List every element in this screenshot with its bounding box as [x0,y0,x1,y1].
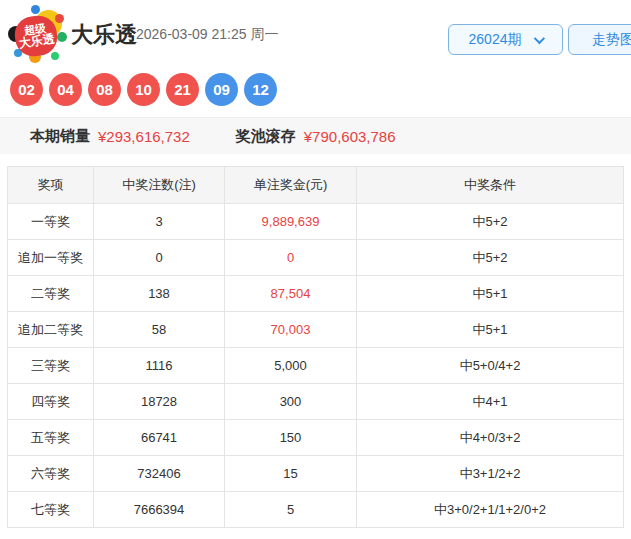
cell-prize: 五等奖 [8,420,94,456]
cell-prize: 七等奖 [8,492,94,528]
ball-row: 02040810210912 [10,73,277,106]
cell-condition: 中5+1 [357,312,624,348]
cell-prize: 六等奖 [8,456,94,492]
header-count: 中奖注数(注) [94,167,225,204]
cell-prize: 四等奖 [8,384,94,420]
lottery-ball-front: 08 [88,73,121,106]
chevron-down-icon [534,32,545,43]
lottery-ball-back: 09 [205,73,238,106]
cell-condition: 中5+0/4+2 [357,348,624,384]
header-amount: 单注奖金(元) [225,167,357,204]
period-select-dropdown[interactable]: 26024期 [448,24,563,55]
period-select-value: 26024期 [469,31,522,49]
logo-dot-icon [31,5,40,14]
lottery-ball-back: 12 [244,73,277,106]
super-lotto-logo-icon: 超级 大乐透 [8,5,66,63]
cell-condition: 中3+0/2+1/1+2/0+2 [357,492,624,528]
cell-amount: 5 [225,492,357,528]
logo-dot-icon [55,14,64,23]
cell-prize: 三等奖 [8,348,94,384]
sales-label: 本期销量 [30,127,90,146]
table-row: 五等奖66741150中4+0/3+2 [8,420,624,456]
lottery-result-page: { "header": { "logo": { "line1": "超级", "… [0,0,631,539]
cell-amount: 70,003 [225,312,357,348]
cell-amount: 87,504 [225,276,357,312]
cell-condition: 中5+1 [357,276,624,312]
cell-condition: 中3+1/2+2 [357,456,624,492]
prize-table-head: 奖项 中奖注数(注) 单注奖金(元) 中奖条件 [8,167,624,204]
cell-amount: 15 [225,456,357,492]
cell-amount: 0 [225,240,357,276]
pool-label: 奖池滚存 [236,127,296,146]
lottery-ball-front: 04 [49,73,82,106]
table-header-row: 奖项 中奖注数(注) 单注奖金(元) 中奖条件 [8,167,624,204]
logo-dot-icon [57,32,67,42]
cell-condition: 中4+1 [357,384,624,420]
table-row: 六等奖73240615中3+1/2+2 [8,456,624,492]
cell-count: 58 [94,312,225,348]
cell-prize: 追加一等奖 [8,240,94,276]
pool-value: ¥790,603,786 [304,128,396,145]
cell-count: 18728 [94,384,225,420]
pool-group: 奖池滚存 ¥790,603,786 [236,127,396,146]
cell-amount: 5,000 [225,348,357,384]
cell-prize: 追加二等奖 [8,312,94,348]
page-header: 超级 大乐透 大乐透 2026-03-09 21:25 周一 26024期 走势… [0,0,631,68]
cell-condition: 中5+2 [357,204,624,240]
table-row: 追加一等奖00中5+2 [8,240,624,276]
sales-bar: 本期销量 ¥293,616,732 奖池滚存 ¥790,603,786 [0,117,631,154]
prize-table-body: 一等奖39,889,639中5+2追加一等奖00中5+2二等奖13887,504… [8,204,624,528]
cell-amount: 150 [225,420,357,456]
cell-amount: 9,889,639 [225,204,357,240]
draw-datetime: 2026-03-09 21:25 周一 [136,26,278,44]
table-row: 追加二等奖5870,003中5+1 [8,312,624,348]
cell-count: 3 [94,204,225,240]
cell-condition: 中4+0/3+2 [357,420,624,456]
lottery-ball-front: 02 [10,73,43,106]
trend-chart-button[interactable]: 走势图 [568,24,631,55]
header-condition: 中奖条件 [357,167,624,204]
cell-count: 138 [94,276,225,312]
sales-value: ¥293,616,732 [98,128,190,145]
table-row: 四等奖18728300中4+1 [8,384,624,420]
prize-table: 奖项 中奖注数(注) 单注奖金(元) 中奖条件 一等奖39,889,639中5+… [7,166,624,528]
table-row: 一等奖39,889,639中5+2 [8,204,624,240]
logo-text-line2: 大乐透 [18,33,55,50]
table-row: 七等奖76663945中3+0/2+1/1+2/0+2 [8,492,624,528]
cell-prize: 一等奖 [8,204,94,240]
lottery-ball-front: 10 [127,73,160,106]
table-row: 三等奖11165,000中5+0/4+2 [8,348,624,384]
page-title: 大乐透 [71,20,137,50]
header-prize: 奖项 [8,167,94,204]
cell-count: 0 [94,240,225,276]
cell-count: 7666394 [94,492,225,528]
logo-dot-icon [51,52,59,60]
lottery-ball-front: 21 [166,73,199,106]
cell-condition: 中5+2 [357,240,624,276]
cell-prize: 二等奖 [8,276,94,312]
cell-count: 66741 [94,420,225,456]
cell-count: 1116 [94,348,225,384]
cell-count: 732406 [94,456,225,492]
cell-amount: 300 [225,384,357,420]
table-row: 二等奖13887,504中5+1 [8,276,624,312]
